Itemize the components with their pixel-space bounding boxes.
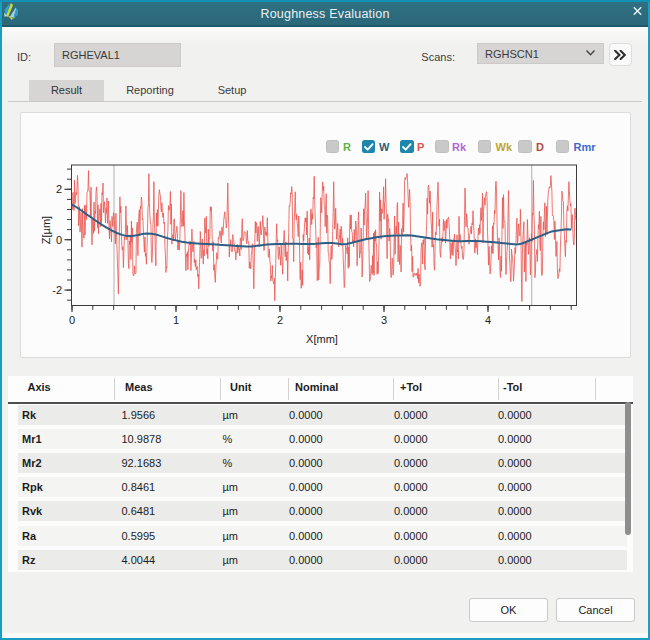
svg-text:2: 2 <box>277 314 283 326</box>
svg-text:2: 2 <box>56 183 62 195</box>
svg-text:X[mm]: X[mm] <box>306 333 338 345</box>
svg-text:3: 3 <box>381 314 387 326</box>
svg-text:1: 1 <box>173 314 179 326</box>
svg-text:-2: -2 <box>52 284 62 296</box>
svg-text:4: 4 <box>485 314 491 326</box>
svg-text:Z[µm]: Z[µm] <box>40 216 52 244</box>
svg-text:0: 0 <box>69 314 75 326</box>
svg-text:0: 0 <box>56 234 62 246</box>
